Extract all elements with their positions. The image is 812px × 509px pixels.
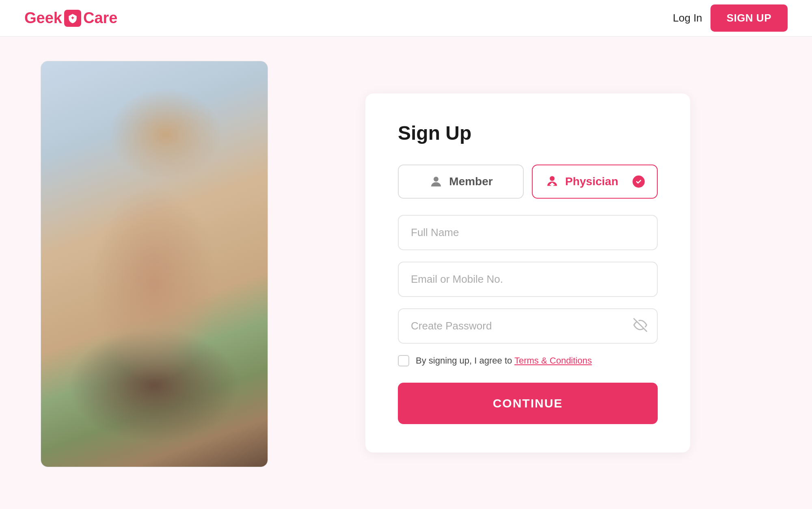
header-nav: Log In SIGN UP [673, 4, 788, 32]
email-input[interactable] [398, 262, 658, 297]
email-group [398, 262, 658, 297]
terms-checkbox-row: By signing up, I agree to Terms & Condit… [398, 355, 658, 366]
left-panel [32, 61, 276, 485]
fullname-group [398, 215, 658, 250]
password-toggle-icon[interactable] [633, 318, 647, 334]
member-role-button[interactable]: Member [398, 165, 524, 199]
main-content: Sign Up Member P [0, 37, 812, 509]
svg-rect-3 [550, 184, 555, 185]
physician-icon [545, 174, 559, 189]
form-title: Sign Up [398, 122, 658, 144]
logo: Geek Care [24, 9, 117, 27]
physician-role-button[interactable]: Physician [532, 165, 658, 199]
logo-care: Care [83, 9, 118, 27]
role-selector: Member Physician [398, 165, 658, 199]
right-panel: Sign Up Member P [276, 61, 780, 485]
member-icon [429, 174, 443, 189]
signup-form-card: Sign Up Member P [365, 93, 690, 453]
terms-link[interactable]: Terms & Conditions [514, 355, 592, 366]
physician-check-icon [633, 175, 645, 188]
logo-geek: Geek [24, 9, 62, 27]
password-input[interactable] [398, 308, 658, 344]
fullname-input[interactable] [398, 215, 658, 250]
password-group [398, 308, 658, 344]
terms-prefix: By signing up, I agree to [416, 355, 514, 366]
logo-icon [64, 10, 81, 27]
logo-text: Geek Care [24, 9, 117, 27]
terms-checkbox[interactable] [398, 355, 409, 366]
login-link[interactable]: Log In [673, 12, 702, 24]
physician-label: Physician [565, 175, 618, 188]
header: Geek Care Log In SIGN UP [0, 0, 812, 37]
terms-label: By signing up, I agree to Terms & Condit… [416, 355, 592, 366]
svg-point-0 [434, 177, 438, 182]
signup-button[interactable]: SIGN UP [710, 4, 788, 32]
continue-button[interactable]: CONTINUE [398, 383, 658, 424]
svg-point-1 [550, 176, 555, 181]
member-label: Member [449, 175, 492, 188]
hero-image [41, 61, 268, 467]
